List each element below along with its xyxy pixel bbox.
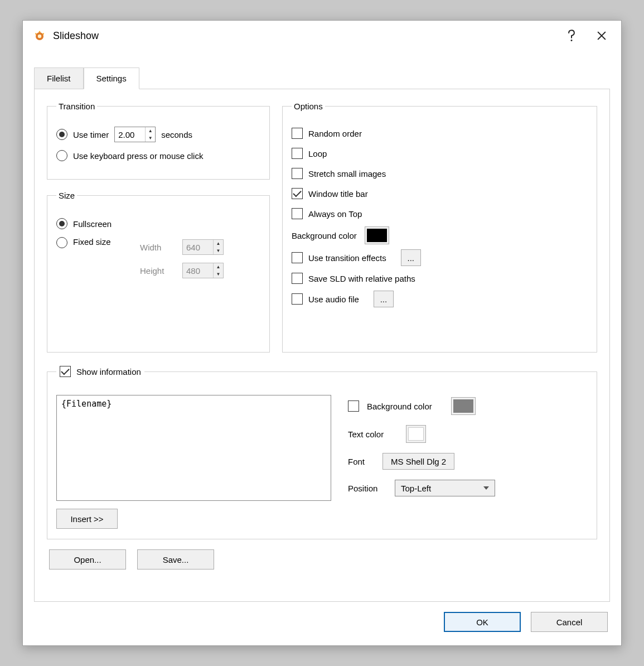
check-audio-label: Use audio file bbox=[308, 295, 359, 304]
width-input bbox=[183, 240, 213, 254]
radio-fullscreen[interactable] bbox=[56, 218, 67, 229]
check-loop-label: Loop bbox=[308, 149, 327, 158]
transition-fx-config-button[interactable]: ... bbox=[401, 249, 421, 266]
info-template-textarea[interactable] bbox=[56, 395, 331, 501]
check-transition-fx[interactable] bbox=[292, 252, 303, 263]
info-bgcolor-swatch bbox=[453, 399, 473, 413]
check-loop[interactable] bbox=[292, 148, 303, 159]
check-show-info[interactable] bbox=[60, 366, 71, 377]
svg-point-1 bbox=[38, 35, 41, 38]
transition-legend: Transition bbox=[56, 102, 97, 111]
tab-content-settings: Transition Use timer ▲▼ seconds bbox=[34, 89, 610, 602]
position-select[interactable]: Top-Left bbox=[395, 480, 495, 496]
radio-use-keyboard-label: Use keyboard press or mouse click bbox=[73, 151, 203, 161]
position-label: Position bbox=[348, 484, 387, 493]
window-title: Slideshow bbox=[53, 30, 556, 42]
check-show-info-label: Show information bbox=[76, 367, 141, 377]
check-save-sld-label: Save SLD with relative paths bbox=[308, 274, 415, 283]
transition-group: Transition Use timer ▲▼ seconds bbox=[47, 102, 270, 180]
timer-spin[interactable]: ▲▼ bbox=[114, 127, 156, 142]
close-button[interactable] bbox=[587, 25, 617, 47]
check-ontop-label: Always on Top bbox=[308, 209, 362, 219]
check-stretch[interactable] bbox=[292, 168, 303, 179]
tab-settings[interactable]: Settings bbox=[84, 67, 139, 89]
size-group: Size Fullscreen Fixed size Width bbox=[47, 191, 270, 353]
info-bgcolor-label: Background color bbox=[367, 402, 432, 411]
bgcolor-button[interactable] bbox=[365, 226, 389, 244]
font-button[interactable]: MS Shell Dlg 2 bbox=[382, 453, 454, 470]
spin-down-icon: ▼ bbox=[214, 247, 223, 254]
options-legend: Options bbox=[292, 102, 325, 111]
spin-down-icon: ▼ bbox=[214, 271, 223, 278]
ok-button[interactable]: OK bbox=[444, 612, 521, 632]
height-input bbox=[183, 263, 213, 278]
textcolor-swatch bbox=[408, 427, 424, 441]
insert-button[interactable]: Insert >> bbox=[56, 509, 118, 529]
textcolor-label: Text color bbox=[348, 429, 398, 439]
check-transition-fx-label: Use transition effects bbox=[308, 253, 386, 263]
save-button[interactable]: Save... bbox=[137, 549, 214, 570]
size-legend: Size bbox=[56, 191, 77, 200]
height-label: Height bbox=[140, 266, 175, 276]
spin-up-icon: ▲ bbox=[214, 240, 223, 247]
svg-point-2 bbox=[571, 40, 573, 41]
radio-fixed-size-label: Fixed size bbox=[73, 237, 111, 247]
radio-fixed-size[interactable] bbox=[56, 237, 67, 248]
check-save-sld[interactable] bbox=[292, 273, 303, 284]
app-icon bbox=[32, 28, 47, 44]
radio-use-keyboard[interactable] bbox=[56, 150, 67, 161]
check-audio[interactable] bbox=[292, 293, 303, 305]
cancel-button[interactable]: Cancel bbox=[531, 612, 608, 632]
bgcolor-label: Background color bbox=[292, 231, 357, 240]
check-stretch-label: Stretch small images bbox=[308, 169, 386, 178]
font-label: Font bbox=[348, 457, 375, 466]
textcolor-button[interactable] bbox=[406, 425, 426, 443]
check-ontop[interactable] bbox=[292, 208, 303, 219]
radio-use-timer[interactable] bbox=[56, 129, 67, 140]
width-spin: ▲▼ bbox=[182, 239, 224, 255]
check-titlebar[interactable] bbox=[292, 188, 303, 199]
width-label: Width bbox=[140, 243, 175, 252]
timer-input[interactable] bbox=[115, 127, 145, 142]
radio-fullscreen-label: Fullscreen bbox=[73, 219, 112, 229]
check-random-label: Random order bbox=[308, 129, 362, 138]
position-value: Top-Left bbox=[401, 484, 431, 493]
bgcolor-swatch bbox=[367, 229, 387, 242]
tab-filelist[interactable]: Filelist bbox=[34, 67, 84, 89]
info-bgcolor-button[interactable] bbox=[451, 397, 476, 415]
slideshow-dialog: Slideshow Filelist Settings Transition bbox=[22, 20, 622, 646]
check-random[interactable] bbox=[292, 128, 303, 139]
spin-down-icon[interactable]: ▼ bbox=[146, 134, 155, 142]
tabbar: Filelist Settings bbox=[34, 67, 610, 89]
radio-use-timer-label: Use timer bbox=[73, 130, 109, 139]
titlebar: Slideshow bbox=[23, 21, 621, 51]
spin-up-icon: ▲ bbox=[214, 263, 223, 271]
height-spin: ▲▼ bbox=[182, 263, 224, 278]
spin-up-icon[interactable]: ▲ bbox=[146, 127, 155, 134]
open-button[interactable]: Open... bbox=[49, 549, 126, 570]
help-button[interactable] bbox=[556, 25, 587, 47]
check-info-bgcolor[interactable] bbox=[348, 400, 359, 412]
check-titlebar-label: Window title bar bbox=[308, 189, 368, 199]
show-info-group: Show information Insert >> Background co… bbox=[47, 364, 597, 539]
audio-config-button[interactable]: ... bbox=[374, 291, 394, 307]
options-group: Options Random order Loop Stretch small … bbox=[282, 102, 597, 353]
seconds-label: seconds bbox=[161, 130, 192, 139]
